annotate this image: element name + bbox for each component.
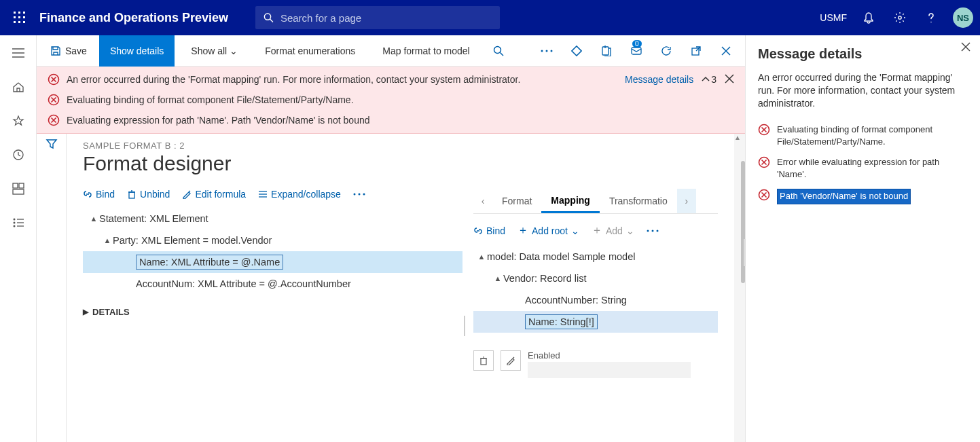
message-details-link[interactable]: Message details xyxy=(625,74,693,85)
panel-msg-1-text: Evaluating binding of format component F… xyxy=(777,124,968,148)
svg-point-55 xyxy=(651,229,653,232)
recent-icon[interactable] xyxy=(6,143,31,167)
add-root-button[interactable]: ＋Add root⌄ xyxy=(518,223,579,238)
close-icon[interactable] xyxy=(714,39,738,63)
bind-label-right: Bind xyxy=(486,225,505,236)
format-enumerations-button[interactable]: Format enumerations xyxy=(254,35,366,67)
pane-splitter[interactable] xyxy=(462,189,467,442)
tab-nav-right-icon[interactable]: › xyxy=(677,189,696,213)
save-button[interactable]: Save xyxy=(43,35,94,67)
format-tree: ▲Statement: XML Element ▲Party: XML Elem… xyxy=(83,208,462,295)
tree-node-vendor[interactable]: ▲Vendor: Record list xyxy=(473,268,718,289)
tree-node-name-string[interactable]: Name: String[!] xyxy=(473,311,718,333)
left-nav-rail xyxy=(0,35,37,442)
details-section-toggle[interactable]: ▶DETAILS xyxy=(83,307,462,317)
modules-icon[interactable] xyxy=(6,210,31,235)
tab-transformations[interactable]: Transformatio xyxy=(600,190,677,212)
message-details-panel: Message details An error occurred during… xyxy=(746,35,980,442)
error-collapse-toggle[interactable]: 3 xyxy=(702,74,716,85)
tab-nav-left-icon[interactable]: ‹ xyxy=(473,189,492,213)
overflow-icon[interactable] xyxy=(534,39,559,63)
panel-msg-3-text: Path 'Vendor/Name' is not bound xyxy=(777,189,911,204)
company-code[interactable]: USMF xyxy=(820,12,847,23)
workspace-icon[interactable] xyxy=(6,177,31,201)
settings-icon[interactable] xyxy=(890,8,909,27)
unbind-button[interactable]: Unbind xyxy=(127,189,170,200)
notifications-icon[interactable] xyxy=(859,8,878,27)
refresh-icon[interactable] xyxy=(654,39,678,63)
svg-rect-1 xyxy=(18,12,20,14)
enabled-label: Enabled xyxy=(528,350,691,361)
tab-mapping[interactable]: Mapping xyxy=(541,189,600,213)
error-text-2: Evaluating binding of format component F… xyxy=(67,94,734,105)
error-close-icon[interactable] xyxy=(725,74,734,86)
panel-msg-2[interactable]: Error while evaluating expression for pa… xyxy=(758,152,968,185)
main-content: Save Show details Show all⌄ Format enume… xyxy=(37,35,746,442)
error-banner: An error occurred during the 'Format map… xyxy=(37,67,745,134)
expand-collapse-button[interactable]: Expand/collapse xyxy=(258,189,341,200)
vertical-scrollbar[interactable]: ▲ xyxy=(734,134,745,442)
bind-button-right[interactable]: Bind xyxy=(473,225,505,236)
page-title: Format designer xyxy=(83,152,718,175)
delete-icon[interactable] xyxy=(473,350,494,371)
tree-node-name[interactable]: Name: XML Attribute = @.Name xyxy=(83,251,462,273)
tab-format[interactable]: Format xyxy=(492,190,541,212)
panel-summary: An error occurred during the 'Format map… xyxy=(758,71,968,110)
expand-label: Expand/collapse xyxy=(271,189,341,200)
svg-line-26 xyxy=(500,52,503,56)
global-search[interactable] xyxy=(255,6,500,29)
overflow-icon[interactable] xyxy=(647,229,659,232)
favorites-icon[interactable] xyxy=(6,109,31,133)
format-tree-pane: Bind Unbind Edit formula Expand/collapse… xyxy=(83,189,462,442)
help-icon[interactable] xyxy=(922,8,941,27)
enabled-value[interactable] xyxy=(528,362,691,378)
app-launcher-icon[interactable] xyxy=(7,5,33,31)
bind-button[interactable]: Bind xyxy=(83,189,115,200)
home-icon[interactable] xyxy=(6,75,31,99)
svg-line-10 xyxy=(270,19,273,22)
svg-point-27 xyxy=(541,50,543,52)
error-icon xyxy=(48,94,60,106)
svg-rect-16 xyxy=(13,183,18,188)
chevron-down-icon: ⌄ xyxy=(230,45,238,56)
tree-node-model[interactable]: ▲model: Data model Sample model xyxy=(473,246,718,268)
svg-point-9 xyxy=(264,14,270,20)
user-avatar[interactable]: NS xyxy=(953,7,973,28)
svg-point-52 xyxy=(358,194,360,196)
show-all-button[interactable]: Show all⌄ xyxy=(180,35,249,67)
svg-rect-47 xyxy=(129,192,134,198)
search-input[interactable] xyxy=(280,12,492,24)
panel-close-icon[interactable] xyxy=(961,42,970,54)
diamond-icon[interactable] xyxy=(564,39,589,63)
panel-msg-3[interactable]: Path 'Vendor/Name' is not bound xyxy=(758,185,968,208)
tree-node-accountnum[interactable]: AccountNum: XML Attribute = @.AccountNum… xyxy=(83,273,462,295)
edit-formula-button[interactable]: Edit formula xyxy=(182,189,246,200)
svg-point-51 xyxy=(353,194,355,196)
filter-icon[interactable] xyxy=(46,138,58,442)
panel-msg-1[interactable]: Evaluating binding of format component F… xyxy=(758,119,968,152)
tree-node-party[interactable]: ▲Party: XML Element = model.Vendor xyxy=(83,229,462,251)
svg-point-28 xyxy=(546,50,548,52)
map-format-button[interactable]: Map format to model xyxy=(371,35,480,67)
error-icon xyxy=(48,73,60,86)
svg-rect-18 xyxy=(13,189,24,194)
messages-badge: 0 xyxy=(632,40,642,48)
action-search-icon[interactable] xyxy=(486,39,511,63)
show-details-button[interactable]: Show details xyxy=(99,35,175,67)
add-button[interactable]: ＋Add⌄ xyxy=(592,223,634,238)
tree-node-accountnumber[interactable]: AccountNumber: String xyxy=(473,289,718,311)
panel-msg-2-text: Error while evaluating expression for pa… xyxy=(777,156,968,181)
svg-rect-5 xyxy=(23,16,25,18)
nav-expand-icon[interactable] xyxy=(6,41,31,65)
messages-icon[interactable]: 0 xyxy=(624,39,649,63)
overflow-icon[interactable] xyxy=(353,193,365,196)
attach-icon[interactable] xyxy=(594,39,619,63)
svg-point-54 xyxy=(647,229,649,232)
edit-icon[interactable] xyxy=(501,350,521,371)
svg-point-53 xyxy=(363,194,365,196)
mapping-tabstrip: ‹ Format Mapping Transformatio › xyxy=(473,189,718,214)
popout-icon[interactable] xyxy=(684,39,708,63)
tree-node-statement[interactable]: ▲Statement: XML Element xyxy=(83,208,462,229)
svg-rect-2 xyxy=(23,12,25,14)
add-label: Add xyxy=(606,225,623,236)
